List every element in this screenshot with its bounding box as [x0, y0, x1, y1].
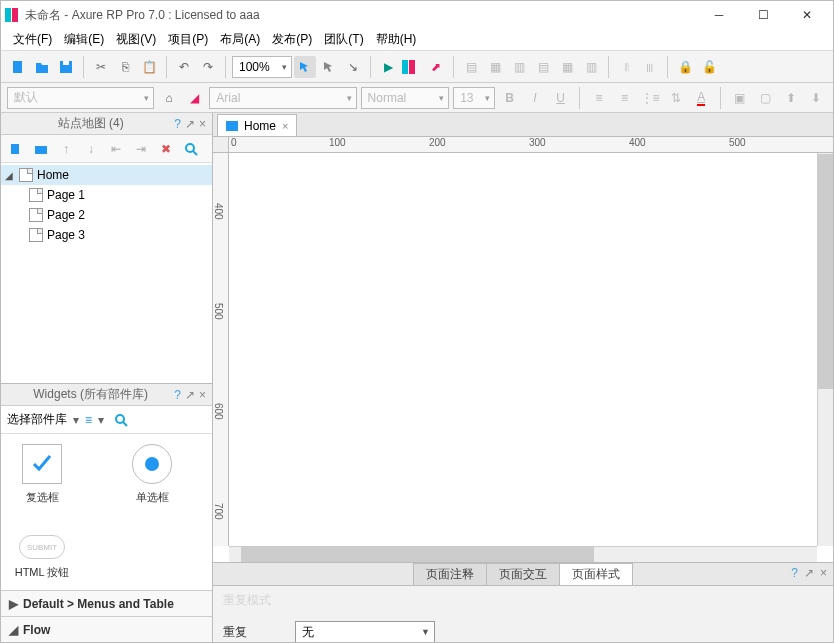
menu-file[interactable]: 文件(F) [9, 29, 56, 50]
widgets-close-icon[interactable]: × [199, 388, 206, 402]
lock-icon[interactable]: 🔒 [674, 56, 696, 78]
document-tabbar: Home × [213, 113, 833, 137]
align-top-icon[interactable]: ▤ [532, 56, 554, 78]
indent-icon[interactable]: ⇥ [130, 138, 152, 160]
maximize-button[interactable]: ☐ [741, 3, 785, 27]
widgets-help-icon[interactable]: ? [174, 388, 181, 402]
undo-icon[interactable]: ↶ [173, 56, 195, 78]
category-menus-tables[interactable]: ▶ Default > Menus and Table [1, 590, 212, 616]
widgets-search-icon[interactable] [110, 409, 132, 431]
vertical-scrollbar[interactable] [817, 153, 833, 546]
widget-radio[interactable]: 单选框 [117, 444, 187, 505]
front-icon[interactable]: ⬆ [780, 87, 802, 109]
align-left-icon[interactable]: ▤ [460, 56, 482, 78]
tab-home[interactable]: Home × [217, 114, 297, 136]
library-dropdown-icon[interactable]: ▾ [73, 413, 79, 427]
bullets-icon[interactable]: ⋮≡ [639, 87, 661, 109]
publish-icon[interactable] [401, 56, 423, 78]
group-icon[interactable]: ▣ [729, 87, 751, 109]
sitemap-help-icon[interactable]: ? [174, 117, 181, 131]
minimize-button[interactable]: ─ [697, 3, 741, 27]
sitemap-expand-icon[interactable]: ↗ [185, 117, 195, 131]
fontsize-dropdown[interactable]: 13 [453, 87, 495, 109]
select-mode-icon[interactable] [294, 56, 316, 78]
add-folder-icon[interactable] [30, 138, 52, 160]
copy-icon[interactable]: ⎘ [114, 56, 136, 78]
delete-page-icon[interactable]: ✖ [155, 138, 177, 160]
widget-html-button[interactable]: SUBMIT HTML 按钮 [7, 535, 77, 580]
share-icon[interactable]: ⬈ [425, 56, 447, 78]
repeat-dropdown[interactable]: 无 [295, 621, 435, 643]
menu-view[interactable]: 视图(V) [112, 29, 160, 50]
svg-rect-3 [11, 144, 19, 154]
tab-label: Home [244, 119, 276, 133]
bottom-close-icon[interactable]: × [820, 566, 827, 580]
weight-dropdown[interactable]: Normal [361, 87, 450, 109]
tree-row-page2[interactable]: Page 2 [1, 205, 212, 225]
view-list-icon[interactable]: ≡ [85, 413, 92, 427]
unlock-icon[interactable]: 🔓 [698, 56, 720, 78]
menu-team[interactable]: 团队(T) [320, 29, 367, 50]
cut-icon[interactable]: ✂ [90, 56, 112, 78]
menu-project[interactable]: 项目(P) [164, 29, 212, 50]
text-align-center-icon[interactable]: ≡ [614, 87, 636, 109]
paste-icon[interactable]: 📋 [138, 56, 160, 78]
widget-checkbox[interactable]: 复选框 [7, 444, 77, 505]
expand-icon: ▶ [9, 597, 19, 611]
bold-icon[interactable]: B [499, 87, 521, 109]
text-color-icon[interactable]: A [690, 87, 712, 109]
tab-page-style[interactable]: 页面样式 [559, 563, 633, 585]
line-spacing-icon[interactable]: ⇅ [665, 87, 687, 109]
view-dropdown-icon[interactable]: ▾ [98, 413, 104, 427]
sitemap-close-icon[interactable]: × [199, 117, 206, 131]
tree-row-page1[interactable]: Page 1 [1, 185, 212, 205]
save-icon[interactable] [55, 56, 77, 78]
new-file-icon[interactable] [7, 56, 29, 78]
menu-publish[interactable]: 发布(P) [268, 29, 316, 50]
tree-row-page3[interactable]: Page 3 [1, 225, 212, 245]
menu-help[interactable]: 帮助(H) [372, 29, 421, 50]
tab-page-interactions[interactable]: 页面交互 [486, 563, 560, 585]
open-file-icon[interactable] [31, 56, 53, 78]
connector-icon[interactable]: ↘ [342, 56, 364, 78]
format-painter-icon[interactable]: ⌂ [158, 87, 180, 109]
text-align-left-icon[interactable]: ≡ [588, 87, 610, 109]
italic-icon[interactable]: I [524, 87, 546, 109]
library-selector-label[interactable]: 选择部件库 [7, 411, 67, 428]
back-icon[interactable]: ⬇ [806, 87, 828, 109]
svg-point-5 [186, 144, 194, 152]
align-bottom-icon[interactable]: ▥ [580, 56, 602, 78]
distribute-v-icon[interactable]: ⫼ [639, 56, 661, 78]
style-dropdown[interactable]: 默认 [7, 87, 154, 109]
select-contained-icon[interactable] [318, 56, 340, 78]
redo-icon[interactable]: ↷ [197, 56, 219, 78]
align-right-icon[interactable]: ▥ [508, 56, 530, 78]
tab-close-icon[interactable]: × [282, 120, 288, 132]
bottom-help-icon[interactable]: ? [791, 566, 798, 580]
ungroup-icon[interactable]: ▢ [754, 87, 776, 109]
bottom-expand-icon[interactable]: ↗ [804, 566, 814, 580]
menu-arrange[interactable]: 布局(A) [216, 29, 264, 50]
align-middle-icon[interactable]: ▦ [556, 56, 578, 78]
outdent-icon[interactable]: ⇤ [105, 138, 127, 160]
zoom-combo[interactable]: 100% [232, 56, 292, 78]
tree-row-home[interactable]: ◢ Home [1, 165, 212, 185]
category-flow[interactable]: ◢ Flow [1, 616, 212, 642]
menu-edit[interactable]: 编辑(E) [60, 29, 108, 50]
tab-page-notes[interactable]: 页面注释 [413, 563, 487, 585]
underline-icon[interactable]: U [550, 87, 572, 109]
align-center-icon[interactable]: ▦ [484, 56, 506, 78]
horizontal-scrollbar[interactable] [229, 546, 817, 562]
close-button[interactable]: ✕ [785, 3, 829, 27]
move-down-icon[interactable]: ↓ [80, 138, 102, 160]
preview-icon[interactable]: ▶ [377, 56, 399, 78]
paint-bucket-icon[interactable]: ◢ [184, 87, 206, 109]
font-dropdown[interactable]: Arial [209, 87, 356, 109]
design-canvas[interactable] [229, 153, 817, 546]
sitemap-search-icon[interactable] [180, 138, 202, 160]
widgets-expand-icon[interactable]: ↗ [185, 388, 195, 402]
move-up-icon[interactable]: ↑ [55, 138, 77, 160]
collapse-icon[interactable]: ◢ [5, 170, 15, 181]
distribute-h-icon[interactable]: ⫴ [615, 56, 637, 78]
add-page-icon[interactable] [5, 138, 27, 160]
